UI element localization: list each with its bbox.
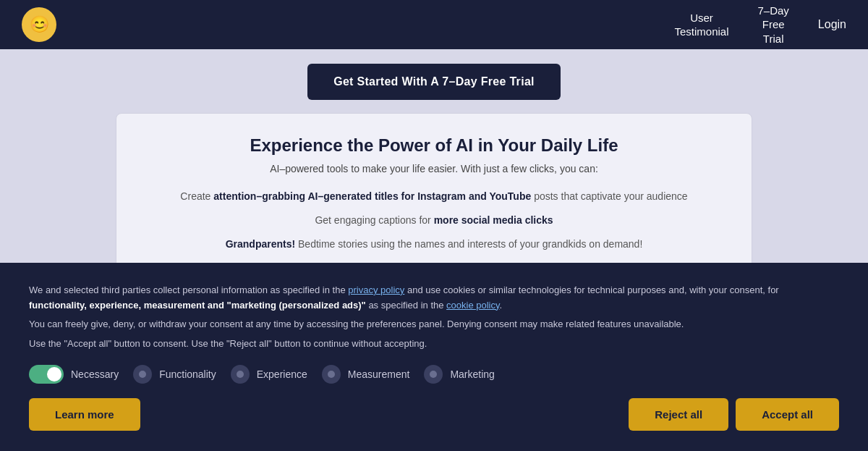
card-line2-prefix: Get engaging captions for bbox=[315, 214, 433, 226]
toggle-label-functionality: Functionality bbox=[159, 368, 216, 380]
toggle-group-experience: Experience bbox=[231, 365, 307, 384]
toggle-label-experience: Experience bbox=[257, 368, 307, 380]
toggle-group-functionality: Functionality bbox=[133, 365, 216, 384]
cookie-text-2: You can freely give, deny, or withdraw y… bbox=[29, 317, 839, 332]
toggle-label-necessary: Necessary bbox=[71, 368, 119, 380]
card-line1-bold: attention–grabbing AI–generated titles f… bbox=[213, 190, 531, 202]
cookie-bold-text: functionality, experience, measurement a… bbox=[29, 300, 366, 311]
logo-icon: 😊 bbox=[22, 7, 56, 42]
toggle-experience[interactable] bbox=[231, 365, 250, 384]
nav-links: User Testimonial 7–Day Free Trial Login bbox=[674, 4, 846, 46]
card-line3-suffix: Bedtime stories using the names and inte… bbox=[298, 238, 642, 250]
card-line-2: Get engaging captions for more social me… bbox=[145, 213, 723, 228]
toggle-label-marketing: Marketing bbox=[450, 368, 494, 380]
toggle-measurement[interactable] bbox=[322, 365, 341, 384]
cookie-text-1: We and selected third parties collect pe… bbox=[29, 283, 839, 313]
cookie-consent: We and selected third parties collect pe… bbox=[0, 263, 868, 451]
card-line1-prefix: Create bbox=[180, 190, 213, 202]
cookie-text-3: Use the "Accept all" button to consent. … bbox=[29, 337, 839, 352]
cookie-actions: Learn more Reject all Accept all bbox=[29, 398, 839, 431]
card-line-1: Create attention–grabbing AI–generated t… bbox=[145, 189, 723, 204]
cookie-text1-suffix2: as specified in the bbox=[366, 300, 446, 311]
btn-group-right: Reject all Accept all bbox=[629, 398, 839, 431]
toggle-group-measurement: Measurement bbox=[322, 365, 410, 384]
card-line1-suffix: posts that captivate your audience bbox=[531, 190, 687, 202]
logo[interactable]: 😊 bbox=[22, 7, 56, 42]
privacy-policy-link[interactable]: privacy policy bbox=[348, 284, 404, 295]
toggle-group-marketing: Marketing bbox=[424, 365, 494, 384]
card-subtitle: AI–powered tools to make your life easie… bbox=[145, 163, 723, 174]
content-card: Experience the Power of AI in Your Daily… bbox=[116, 113, 752, 283]
cookie-text1-suffix3: . bbox=[500, 300, 503, 311]
logo-emoji: 😊 bbox=[30, 15, 49, 34]
cookie-toggles: Necessary Functionality Experience Measu… bbox=[29, 365, 839, 384]
card-line3-prefix: Grandparents! bbox=[226, 238, 298, 250]
reject-all-button[interactable]: Reject all bbox=[629, 398, 728, 431]
nav-7-day-free-trial[interactable]: 7–Day Free Trial bbox=[757, 4, 788, 46]
nav-user-testimonial[interactable]: User Testimonial bbox=[674, 11, 728, 39]
cookie-policy-link[interactable]: cookie policy bbox=[446, 300, 499, 311]
nav-login[interactable]: Login bbox=[818, 18, 846, 31]
cookie-text1-suffix: and use cookies or similar technologies … bbox=[404, 284, 778, 295]
toggle-marketing[interactable] bbox=[424, 365, 443, 384]
toggle-functionality[interactable] bbox=[133, 365, 152, 384]
accept-all-button[interactable]: Accept all bbox=[736, 398, 839, 431]
main-area: Get Started With A 7–Day Free Trial Expe… bbox=[0, 49, 868, 451]
toggle-necessary[interactable] bbox=[29, 365, 64, 384]
cta-button[interactable]: Get Started With A 7–Day Free Trial bbox=[307, 64, 561, 100]
toggle-label-measurement: Measurement bbox=[348, 368, 410, 380]
learn-more-button[interactable]: Learn more bbox=[29, 398, 140, 431]
cookie-text1-prefix: We and selected third parties collect pe… bbox=[29, 284, 348, 295]
card-title: Experience the Power of AI in Your Daily… bbox=[145, 135, 723, 156]
navbar: 😊 User Testimonial 7–Day Free Trial Logi… bbox=[0, 0, 868, 49]
toggle-group-necessary: Necessary bbox=[29, 365, 119, 384]
card-line-3: Grandparents! Bedtime stories using the … bbox=[145, 237, 723, 252]
card-line2-bold: more social media clicks bbox=[434, 214, 553, 226]
